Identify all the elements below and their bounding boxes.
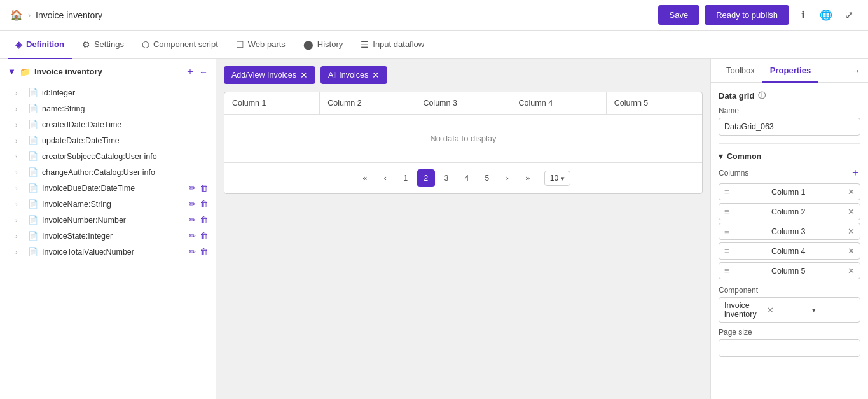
- page-button-1[interactable]: 1: [397, 169, 415, 187]
- list-item[interactable]: › 📄 InvoiceName:String ✏ 🗑: [0, 196, 216, 212]
- divider: [719, 143, 860, 144]
- list-item[interactable]: › 📄 InvoiceNumber:Number ✏ 🗑: [0, 212, 216, 228]
- remove-column-icon[interactable]: ✕: [848, 187, 855, 197]
- add-column-icon[interactable]: ＋: [850, 166, 860, 179]
- list-item[interactable]: › 📄 updateDate:DateTime: [0, 132, 216, 148]
- page-button-2[interactable]: 2: [417, 169, 435, 187]
- collapse-icon[interactable]: ▼: [8, 67, 16, 76]
- file-icon: 📄: [28, 167, 38, 177]
- common-header[interactable]: ▾ Common: [719, 151, 860, 161]
- page-button-3[interactable]: 3: [437, 169, 455, 187]
- component-script-icon: ⬡: [142, 39, 149, 50]
- list-item[interactable]: › 📄 InvoiceTotalValue:Number ✏ 🗑: [0, 244, 216, 260]
- page-button-5[interactable]: 5: [478, 169, 496, 187]
- column-header-3: Column 3: [415, 92, 511, 114]
- list-item[interactable]: › 📄 id:Integer: [0, 85, 216, 101]
- list-item[interactable]: › 📄 InvoiceDueDate:DateTime ✏ 🗑: [0, 180, 216, 196]
- filter-tag-add-view[interactable]: Add/View Invoices ✕: [224, 66, 315, 84]
- tab-component-script[interactable]: ⬡ Component script: [134, 31, 226, 59]
- drag-handle-icon[interactable]: ≡: [724, 266, 729, 276]
- sidebar-arrow-icon[interactable]: ←: [199, 67, 208, 77]
- page-size-input[interactable]: [719, 339, 860, 357]
- edit-icon[interactable]: ✏: [189, 231, 196, 241]
- filter-tag-all-invoices[interactable]: All Invoices ✕: [320, 66, 387, 84]
- page-button-4[interactable]: 4: [458, 169, 476, 187]
- nav-tabs: ◈ Definition ⚙ Settings ⬡ Component scri…: [0, 31, 868, 59]
- column-header-5: Column 5: [607, 92, 702, 114]
- clear-component-icon[interactable]: ✕: [767, 305, 809, 315]
- file-icon: 📄: [28, 104, 38, 113]
- drag-handle-icon[interactable]: ≡: [724, 246, 729, 256]
- tab-toolbox[interactable]: Toolbox: [719, 59, 762, 83]
- remove-column-icon[interactable]: ✕: [848, 227, 855, 236]
- expand-icon[interactable]: ⤢: [840, 6, 858, 24]
- list-item[interactable]: › 📄 creatorSubject:Catalog:User info: [0, 148, 216, 164]
- tab-properties[interactable]: Properties: [762, 59, 818, 83]
- expand-icon: ›: [15, 200, 24, 208]
- datagrid-info-icon[interactable]: ⓘ: [758, 90, 766, 101]
- tab-web-parts[interactable]: ☐ Web parts: [228, 31, 293, 59]
- expand-icon: ›: [15, 105, 24, 113]
- breadcrumb-separator: ›: [28, 11, 31, 20]
- edit-icon[interactable]: ✏: [189, 247, 196, 256]
- column-header-2: Column 2: [320, 92, 415, 114]
- ready-to-publish-button[interactable]: Ready to publish: [705, 5, 789, 25]
- list-item[interactable]: › 📄 name:String: [0, 101, 216, 116]
- prev-page-button[interactable]: ‹: [376, 169, 394, 187]
- remove-column-icon[interactable]: ✕: [848, 266, 855, 276]
- panel-arrow-icon[interactable]: →: [851, 59, 860, 82]
- name-input[interactable]: [719, 118, 860, 136]
- sidebar-title: Invoice inventory: [34, 67, 181, 76]
- remove-filter-icon[interactable]: ✕: [300, 70, 308, 80]
- page-size-select[interactable]: 10 ▾: [544, 171, 570, 186]
- column-header-4: Column 4: [511, 92, 607, 114]
- delete-icon[interactable]: 🗑: [200, 199, 208, 209]
- remove-column-icon[interactable]: ✕: [848, 246, 855, 256]
- column-item-1: ≡ Column 1 ✕: [719, 183, 860, 200]
- file-icon: 📄: [28, 183, 38, 193]
- column-header-1: Column 1: [224, 92, 320, 114]
- home-icon[interactable]: 🏠: [10, 9, 23, 21]
- expand-icon: ›: [15, 89, 24, 97]
- edit-icon[interactable]: ✏: [189, 199, 196, 209]
- delete-icon[interactable]: 🗑: [200, 231, 208, 241]
- topbar: 🏠 › Invoice inventory Save Ready to publ…: [0, 0, 868, 31]
- info-icon[interactable]: ℹ: [794, 6, 812, 24]
- next-page-button[interactable]: ›: [499, 169, 516, 187]
- tab-settings[interactable]: ⚙ Settings: [74, 31, 132, 59]
- delete-icon[interactable]: 🗑: [200, 247, 208, 256]
- component-select[interactable]: Invoice inventory ✕ ▾: [719, 297, 860, 323]
- drag-handle-icon[interactable]: ≡: [724, 187, 729, 197]
- file-icon: 📄: [28, 136, 38, 145]
- remove-column-icon[interactable]: ✕: [848, 207, 855, 216]
- pagination: « ‹ 1 2 3 4 5 › » 10 ▾: [224, 162, 702, 193]
- expand-icon: ›: [15, 185, 24, 192]
- edit-icon[interactable]: ✏: [189, 215, 196, 225]
- delete-icon[interactable]: 🗑: [200, 183, 208, 193]
- panel-content: Data grid ⓘ Name ▾ Common Columns ＋ ≡ Co…: [711, 83, 868, 399]
- list-item[interactable]: › 📄 InvoiceState:Integer ✏ 🗑: [0, 228, 216, 244]
- list-item[interactable]: › 📄 changeAuthor:Catalog:User info: [0, 164, 216, 180]
- tab-definition[interactable]: ◈ Definition: [8, 31, 72, 59]
- globe-icon[interactable]: 🌐: [817, 6, 835, 24]
- tab-input-dataflow[interactable]: ☰ Input dataflow: [353, 31, 432, 59]
- file-icon: 📄: [28, 231, 38, 241]
- edit-icon[interactable]: ✏: [189, 183, 196, 193]
- input-dataflow-icon: ☰: [361, 39, 369, 50]
- component-section: Component Invoice inventory ✕ ▾: [719, 286, 860, 323]
- columns-label: Columns ＋: [719, 166, 860, 179]
- save-button[interactable]: Save: [658, 5, 700, 25]
- sidebar: ▼ 📁 Invoice inventory ＋ ← › 📄 id:Integer…: [0, 59, 216, 399]
- expand-icon: ›: [15, 169, 24, 176]
- drag-handle-icon[interactable]: ≡: [724, 207, 729, 216]
- delete-icon[interactable]: 🗑: [200, 215, 208, 225]
- tab-history[interactable]: ⬤ History: [296, 31, 350, 59]
- first-page-button[interactable]: «: [356, 169, 374, 187]
- list-item[interactable]: › 📄 createdDate:DateTime: [0, 116, 216, 132]
- expand-icon: ›: [15, 248, 24, 256]
- add-field-icon[interactable]: ＋: [185, 65, 195, 78]
- drag-handle-icon[interactable]: ≡: [724, 227, 729, 236]
- last-page-button[interactable]: »: [519, 169, 537, 187]
- expand-icon: ›: [15, 153, 24, 160]
- remove-filter-icon[interactable]: ✕: [372, 70, 380, 80]
